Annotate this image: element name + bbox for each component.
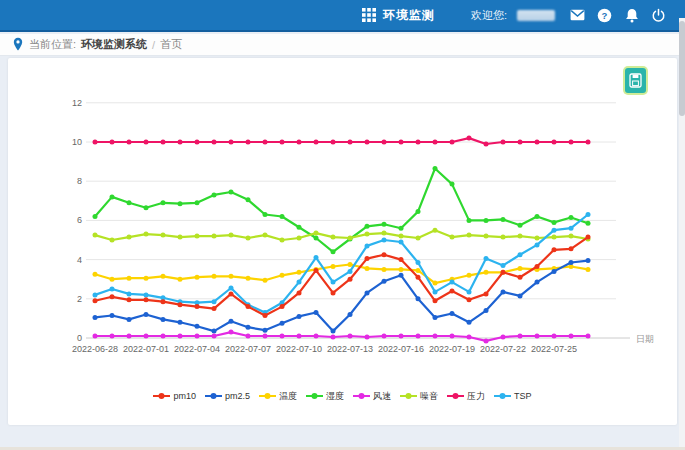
- svg-text:10: 10: [72, 137, 82, 147]
- app-logo[interactable]: 环境监测: [361, 7, 435, 24]
- legend-marker-icon: [494, 392, 511, 400]
- bell-icon[interactable]: [623, 7, 640, 24]
- legend-label: 噪音: [420, 390, 438, 403]
- breadcrumb-current[interactable]: 首页: [160, 37, 182, 52]
- legend-label: pm2.5: [225, 391, 250, 401]
- legend-item-压力[interactable]: 压力: [447, 390, 485, 403]
- legend-label: 风速: [373, 390, 391, 403]
- svg-text:2022-07-10: 2022-07-10: [276, 344, 322, 354]
- legend-label: TSP: [514, 391, 532, 401]
- legend-item-TSP[interactable]: TSP: [494, 391, 532, 401]
- app-grid-icon: [361, 7, 378, 24]
- location-pin-icon: [12, 37, 24, 52]
- svg-text:2022-07-22: 2022-07-22: [480, 344, 526, 354]
- power-icon[interactable]: [650, 7, 667, 24]
- scrollbar-thumb[interactable]: [679, 21, 685, 116]
- legend-marker-icon: [259, 392, 276, 400]
- svg-text:2022-07-25: 2022-07-25: [531, 344, 577, 354]
- svg-text:2022-06-28: 2022-06-28: [72, 344, 118, 354]
- svg-text:2022-07-04: 2022-07-04: [174, 344, 220, 354]
- breadcrumb-separator: /: [152, 39, 155, 51]
- legend-marker-icon: [153, 392, 170, 400]
- legend-marker-icon: [400, 392, 417, 400]
- svg-text:4: 4: [77, 255, 82, 265]
- svg-text:2: 2: [77, 294, 82, 304]
- mail-icon[interactable]: [569, 7, 586, 24]
- svg-text:?: ?: [602, 10, 608, 21]
- legend-item-pm10[interactable]: pm10: [153, 391, 196, 401]
- page-scrollbar[interactable]: [679, 18, 685, 450]
- svg-text:12: 12: [72, 98, 82, 108]
- breadcrumb: 当前位置: 环境监测系统 / 首页: [0, 34, 685, 56]
- chart-card: 0246810122022-06-282022-07-012022-07-042…: [8, 58, 677, 425]
- username-blurred: [517, 10, 555, 21]
- legend-marker-icon: [353, 392, 370, 400]
- welcome-label: 欢迎您:: [471, 8, 507, 23]
- legend-item-风速[interactable]: 风速: [353, 390, 391, 403]
- app-name: 环境监测: [383, 7, 435, 24]
- legend-item-噪音[interactable]: 噪音: [400, 390, 438, 403]
- legend-marker-icon: [306, 392, 323, 400]
- svg-text:2022-07-19: 2022-07-19: [429, 344, 475, 354]
- svg-text:2022-07-01: 2022-07-01: [123, 344, 169, 354]
- svg-text:日期: 日期: [636, 334, 654, 344]
- svg-text:2022-07-07: 2022-07-07: [225, 344, 271, 354]
- legend-label: 温度: [279, 390, 297, 403]
- chart-legend: pm10pm2.5温度湿度风速噪音压力TSP: [8, 388, 677, 404]
- legend-marker-icon: [205, 392, 222, 400]
- breadcrumb-root[interactable]: 环境监测系统: [81, 37, 147, 52]
- svg-text:6: 6: [77, 215, 82, 225]
- legend-label: 湿度: [326, 390, 344, 403]
- location-label: 当前位置:: [29, 37, 76, 52]
- legend-item-温度[interactable]: 温度: [259, 390, 297, 403]
- legend-item-pm2.5[interactable]: pm2.5: [205, 391, 250, 401]
- svg-text:2022-07-13: 2022-07-13: [327, 344, 373, 354]
- legend-label: pm10: [173, 391, 196, 401]
- legend-label: 压力: [467, 390, 485, 403]
- top-header-bar: 环境监测 欢迎您: ?: [0, 0, 685, 32]
- line-chart-canvas[interactable]: 0246810122022-06-282022-07-012022-07-042…: [8, 58, 677, 425]
- help-icon[interactable]: ?: [596, 7, 613, 24]
- legend-marker-icon: [447, 392, 464, 400]
- svg-text:2022-07-16: 2022-07-16: [378, 344, 424, 354]
- legend-item-湿度[interactable]: 湿度: [306, 390, 344, 403]
- svg-text:8: 8: [77, 176, 82, 186]
- svg-text:0: 0: [77, 333, 82, 343]
